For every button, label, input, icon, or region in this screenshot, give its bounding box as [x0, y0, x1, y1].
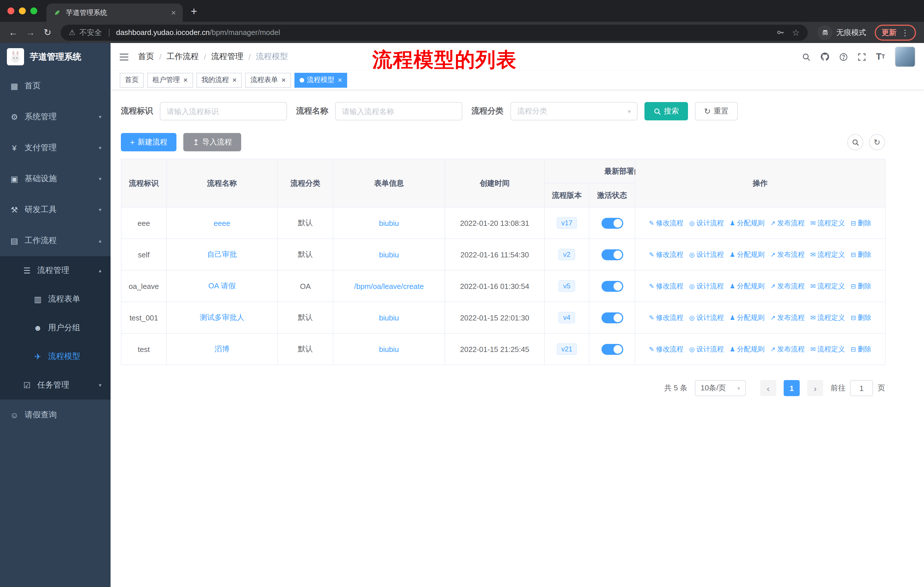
reset-button[interactable]: ↻ 重置 [695, 102, 738, 121]
process-category-select[interactable]: 流程分类 ▾ [510, 102, 638, 121]
bookmark-star-icon[interactable]: ☆ [792, 27, 800, 38]
sidebar-item-task-management[interactable]: ☑任务管理▾ [0, 371, 111, 400]
active-toggle[interactable] [601, 281, 623, 291]
publish-action-link[interactable]: ↗发布流程 [770, 218, 805, 228]
publish-action-link[interactable]: ↗发布流程 [770, 313, 805, 322]
sidebar-item-process-form[interactable]: ▥流程表单 [0, 285, 111, 314]
sidebar-item-dev-tools[interactable]: ⚒研发工具▾ [0, 194, 111, 225]
tab-close-icon[interactable]: × [171, 8, 176, 17]
tag-close-icon[interactable]: × [232, 76, 237, 84]
tag-close-icon[interactable]: × [338, 76, 342, 84]
view-tag[interactable]: 我的流程× [196, 73, 242, 88]
process-key-input[interactable] [160, 102, 287, 121]
search-icon[interactable] [802, 53, 810, 61]
design-action-link[interactable]: ◎设计流程 [689, 250, 724, 260]
address-bar[interactable]: ⚠ 不安全 dashboard.yudao.iocoder.cn/bpm/man… [61, 24, 808, 40]
definition-action-link[interactable]: ✉流程定义 [810, 344, 845, 354]
search-button[interactable]: 搜索 [644, 102, 688, 121]
process-name-link[interactable]: OA 请假 [208, 281, 236, 290]
publish-action-link[interactable]: ↗发布流程 [770, 281, 805, 291]
modify-action-link[interactable]: ✎修改流程 [649, 344, 683, 354]
current-page-button[interactable]: 1 [784, 380, 800, 396]
update-button[interactable]: 更新 ⋮ [875, 24, 916, 40]
back-button[interactable]: ← [5, 24, 22, 41]
sidebar-item-home[interactable]: ▦首页 [0, 71, 111, 101]
view-tag[interactable]: 首页 [120, 73, 144, 88]
sidebar-item-infrastructure[interactable]: ▣基础设施▾ [0, 164, 111, 194]
prev-page-button[interactable]: ‹ [760, 380, 776, 396]
modify-action-link[interactable]: ✎修改流程 [649, 281, 683, 291]
browser-menu-icon[interactable]: ⋮ [901, 28, 909, 37]
active-toggle[interactable] [601, 312, 623, 323]
active-toggle[interactable] [601, 218, 623, 228]
active-toggle[interactable] [601, 344, 623, 355]
security-label[interactable]: 不安全 [79, 27, 102, 38]
active-toggle[interactable] [601, 249, 623, 260]
form-info-link[interactable]: biubiu [379, 345, 399, 354]
publish-action-link[interactable]: ↗发布流程 [770, 344, 805, 354]
toggle-search-button[interactable] [847, 134, 863, 150]
sidebar-collapse-button[interactable] [119, 53, 129, 61]
assign-action-link[interactable]: ♟分配规则 [729, 344, 764, 354]
assign-action-link[interactable]: ♟分配规则 [729, 218, 764, 228]
modify-action-link[interactable]: ✎修改流程 [649, 218, 683, 228]
assign-action-link[interactable]: ♟分配规则 [729, 250, 764, 260]
delete-action-link[interactable]: ⊟删除 [851, 250, 871, 260]
assign-action-link[interactable]: ♟分配规则 [729, 313, 764, 322]
form-info-link[interactable]: biubiu [379, 313, 399, 322]
browser-tab[interactable]: 芋道管理系统 × [46, 3, 183, 22]
assign-action-link[interactable]: ♟分配规则 [729, 281, 764, 291]
breadcrumb-item[interactable]: 流程管理 [211, 51, 243, 62]
help-icon[interactable] [839, 53, 848, 61]
sidebar-item-process-model[interactable]: ✈流程模型 [0, 342, 111, 371]
view-tag[interactable]: 流程表单× [245, 73, 291, 88]
modify-action-link[interactable]: ✎修改流程 [649, 250, 683, 260]
fullscreen-icon[interactable] [858, 53, 866, 61]
delete-action-link[interactable]: ⊟删除 [851, 281, 871, 291]
refresh-table-button[interactable]: ↻ [869, 134, 885, 150]
password-key-icon[interactable] [776, 28, 784, 37]
delete-action-link[interactable]: ⊟删除 [851, 313, 871, 322]
form-info-link[interactable]: /bpm/oa/leave/create [354, 282, 424, 290]
form-info-link[interactable]: biubiu [379, 250, 399, 259]
create-process-button[interactable]: + 新建流程 [121, 133, 177, 151]
definition-action-link[interactable]: ✉流程定义 [810, 250, 845, 260]
breadcrumb-item[interactable]: 工作流程 [167, 51, 199, 62]
definition-action-link[interactable]: ✉流程定义 [810, 218, 845, 228]
design-action-link[interactable]: ◎设计流程 [689, 344, 724, 354]
github-icon[interactable] [820, 52, 830, 61]
app-logo[interactable]: 芋道管理系统 [0, 43, 111, 71]
process-name-link[interactable]: 测试多审批人 [200, 313, 244, 322]
view-tag[interactable]: 租户管理× [147, 73, 193, 88]
process-name-input[interactable] [335, 102, 462, 121]
definition-action-link[interactable]: ✉流程定义 [810, 313, 845, 322]
process-name-link[interactable]: 自己审批 [207, 250, 237, 258]
design-action-link[interactable]: ◎设计流程 [689, 313, 724, 322]
design-action-link[interactable]: ◎设计流程 [689, 281, 724, 291]
definition-action-link[interactable]: ✉流程定义 [810, 281, 845, 291]
sidebar-item-payment-management[interactable]: ¥支付管理▾ [0, 132, 111, 164]
view-tag[interactable]: 流程模型× [294, 73, 347, 88]
new-tab-button[interactable]: + [191, 5, 197, 18]
forward-button[interactable]: → [22, 24, 39, 41]
breadcrumb-item[interactable]: 首页 [138, 51, 154, 62]
process-name-link[interactable]: 滔博 [214, 344, 229, 353]
next-page-button[interactable]: › [807, 380, 823, 396]
tag-close-icon[interactable]: × [183, 76, 188, 84]
tag-close-icon[interactable]: × [281, 76, 285, 84]
import-process-button[interactable]: ↥ 导入流程 [183, 133, 241, 151]
avatar[interactable] [895, 46, 916, 67]
form-info-link[interactable]: biubiu [379, 219, 399, 227]
sidebar-item-user-group[interactable]: ☻用户分组 [0, 314, 111, 342]
design-action-link[interactable]: ◎设计流程 [689, 218, 724, 228]
close-window-button[interactable] [7, 7, 14, 14]
sidebar-item-workflow[interactable]: ▤工作流程▴ [0, 225, 111, 256]
process-name-link[interactable]: eeee [214, 219, 230, 227]
sidebar-item-process-management[interactable]: ☰流程管理▴ [0, 256, 111, 285]
zoom-window-button[interactable] [30, 7, 37, 14]
minimize-window-button[interactable] [19, 7, 26, 14]
delete-action-link[interactable]: ⊟删除 [851, 218, 871, 228]
delete-action-link[interactable]: ⊟删除 [851, 344, 871, 354]
sidebar-item-system-management[interactable]: ⚙系统管理▾ [0, 101, 111, 132]
goto-page-input[interactable] [850, 380, 873, 396]
